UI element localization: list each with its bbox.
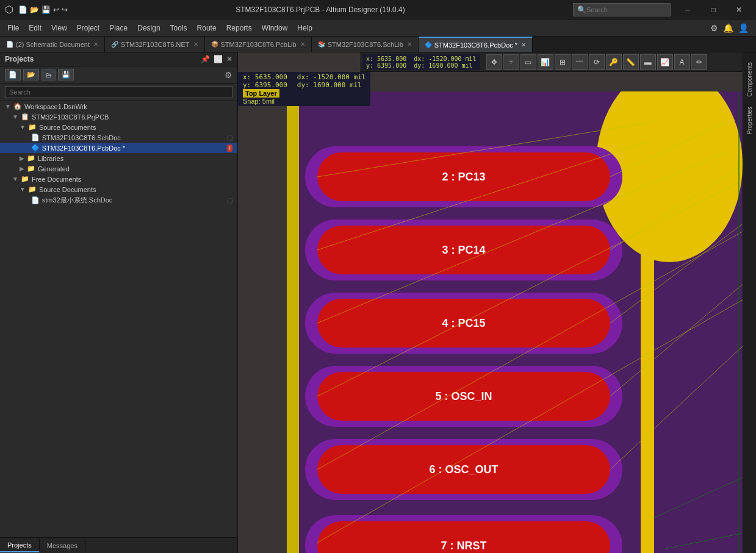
tab-schlib-close[interactable]: ✕ [407, 41, 412, 48]
redo-icon[interactable]: ↪ [62, 5, 68, 14]
tree-item-source-docs-1[interactable]: ▼ 📁 Source Documents [0, 122, 237, 132]
tree-item-free-docs[interactable]: ▼ 📁 Free Documents [0, 174, 237, 184]
tab-pcblib-close[interactable]: ✕ [300, 41, 305, 48]
tool-btn-select[interactable]: ✥ [486, 54, 502, 70]
tree-item-schdoc[interactable]: 📄 STM32F103C8T6.SchDoc ⬚ [0, 132, 237, 143]
tab-pcbdoc-label: STM32F103C8T6.PcbDoc * [434, 41, 517, 49]
tool-btn-chart[interactable]: 📊 [538, 54, 553, 70]
minimize-button[interactable]: ─ [675, 1, 700, 18]
notification-icon[interactable]: 🔔 [723, 23, 733, 33]
pad-red-5[interactable]: 5 : OSC_IN [317, 372, 610, 421]
layer-name-badge: Top Layer [243, 89, 279, 98]
tab-pcbdoc[interactable]: 🔷 STM32F103C8T6.PcbDoc * ✕ [419, 37, 533, 52]
tab-messages[interactable]: Messages [40, 540, 85, 552]
pcbdoc-label: STM32F103C8T6.PcbDoc * [42, 144, 125, 152]
tab-schematic[interactable]: 📄 (2) Schematic Document ✕ [0, 37, 105, 52]
stm32sys-label: stm32最小系统.SchDoc [42, 196, 113, 205]
tab-schlib[interactable]: 📚 STM32F103C8T6.SchLib ✕ [312, 37, 419, 52]
source-docs-2-label: Source Documents [39, 186, 96, 193]
tab-pcbdoc-close[interactable]: ✕ [521, 41, 526, 48]
tab-pcbdoc-icon: 🔷 [425, 41, 432, 48]
close-button[interactable]: ✕ [727, 1, 751, 18]
float-icon[interactable]: ⬜ [214, 55, 223, 63]
folder-button[interactable]: 🗁 [41, 70, 56, 80]
pad-red-4[interactable]: 4 : PC15 [317, 299, 610, 348]
open-icon[interactable]: 📂 [30, 5, 39, 14]
tree-item-generated[interactable]: ▶ 📁 Generated [0, 163, 237, 174]
tree-item-libraries[interactable]: ▶ 📁 Libraries [0, 153, 237, 163]
menu-item-help[interactable]: Help [292, 21, 317, 35]
tool-btn-chart2[interactable]: 📈 [657, 54, 673, 70]
tool-btn-auto[interactable]: ⟳ [589, 54, 605, 70]
pad-red-7[interactable]: 7 : NRST [317, 521, 610, 553]
right-tab-components[interactable]: Components [745, 59, 754, 101]
free-docs-icon: 📁 [21, 175, 29, 183]
pcb-canvas[interactable]: 2 : PC13 3 : PC14 4 : PC15 5 : OSC_IN 6 … [238, 91, 743, 553]
tab-net-close[interactable]: ✕ [193, 41, 198, 48]
gear-icon[interactable]: ⚙ [225, 70, 232, 80]
save-icon[interactable]: 💾 [41, 5, 51, 14]
pad-3-label: 3 : PC14 [442, 244, 485, 257]
tool-btn-grid[interactable]: ⊞ [555, 54, 571, 70]
y-coord: y: 6395.000 [243, 81, 287, 89]
right-tab-properties[interactable]: Properties [745, 103, 754, 138]
menu-item-place[interactable]: Place [104, 21, 132, 35]
tool-btn-key[interactable]: 🔑 [606, 54, 622, 70]
app-icons-row: 📄 📂 💾 ↩ ↪ [18, 5, 68, 14]
pin-icon[interactable]: 📌 [201, 55, 210, 63]
free-docs-expand-icon: ▼ [12, 176, 18, 182]
titlebar: ⬡ 📄 📂 💾 ↩ ↪ STM32F103C8T6.PrjPCB - Altiu… [0, 0, 756, 20]
pad-red-3[interactable]: 3 : PC14 [317, 226, 610, 274]
maximize-button[interactable]: □ [701, 1, 725, 18]
search-input[interactable] [586, 6, 660, 13]
pad-red-6[interactable]: 6 : OSC_OUT [317, 445, 610, 494]
tab-projects[interactable]: Projects [0, 539, 40, 552]
dx-coord: dx: -1520.000 mil [297, 73, 366, 81]
user-icon[interactable]: 👤 [738, 23, 749, 33]
tree-item-workspace[interactable]: ▼ 🏠 Workspace1.DsnWrk [0, 101, 237, 112]
open-doc-button[interactable]: 📂 [23, 69, 39, 80]
menu-item-edit[interactable]: Edit [24, 21, 46, 35]
settings-icon[interactable]: ⚙ [710, 23, 718, 33]
tree-search-input[interactable] [5, 86, 232, 98]
tab-net[interactable]: 🔗 STM32F103C8T6.NET ✕ [105, 37, 204, 52]
menu-item-view[interactable]: View [46, 21, 72, 35]
tool-btn-rect[interactable]: ▭ [520, 54, 536, 70]
generated-label: Generated [38, 165, 70, 173]
menu-item-tools[interactable]: Tools [165, 21, 192, 35]
search-box[interactable]: 🔍 [573, 3, 671, 16]
source-docs-icon: 📁 [28, 123, 37, 131]
dy-coord: dy: 1690.000 mil [297, 81, 362, 89]
save-doc-button[interactable]: 💾 [58, 69, 74, 80]
menu-item-window[interactable]: Window [257, 21, 293, 35]
close-panel-icon[interactable]: ✕ [226, 55, 232, 63]
tree-item-pcbdoc[interactable]: 🔷 STM32F103C8T6.PcbDoc * ! [0, 143, 237, 153]
tree-item-prjpcb[interactable]: ▼ 📋 STM32F103C8T6.PrjPCB [0, 112, 237, 122]
menu-item-project[interactable]: Project [72, 21, 104, 35]
tool-btn-measure[interactable]: 📏 [623, 54, 639, 70]
tool-btn-text[interactable]: A [674, 54, 690, 70]
tree-item-stm32sys[interactable]: 📄 stm32最小系统.SchDoc ⬚ [0, 194, 237, 206]
tab-pcblib[interactable]: 📦 STM32F103C8T6.PcbLib ✕ [205, 37, 312, 52]
tool-btn-pen[interactable]: ✏ [691, 54, 707, 70]
tool-btn-route[interactable]: 〰 [572, 54, 588, 70]
new-icon[interactable]: 📄 [18, 5, 27, 14]
stm32sys-icon: 📄 [31, 196, 40, 204]
menu-item-design[interactable]: Design [132, 21, 165, 35]
pcbdoc-icon: 🔷 [31, 144, 40, 152]
menu-item-reports[interactable]: Reports [221, 21, 257, 35]
tab-schematic-close[interactable]: ✕ [93, 41, 98, 48]
tree-item-source-docs-2[interactable]: ▼ 📁 Source Documents [0, 184, 237, 194]
new-doc-button[interactable]: 📄 [5, 69, 21, 80]
pad-red-2[interactable]: 2 : PC13 [317, 152, 610, 201]
tool-btn-bar[interactable]: ▬ [640, 54, 656, 70]
menu-item-file[interactable]: File [2, 21, 24, 35]
tool-btn-add[interactable]: + [503, 54, 519, 70]
workspace-label: Workspace1.DsnWrk [24, 103, 87, 110]
snap-label: Snap: 5mil [243, 98, 365, 105]
project-tree: ▼ 🏠 Workspace1.DsnWrk ▼ 📋 STM32F103C8T6.… [0, 101, 237, 537]
pcb-canvas-area[interactable]: x: 5635.000 dx: -1520.000 mily: 6395.000… [238, 52, 743, 553]
menu-item-route[interactable]: Route [192, 21, 221, 35]
free-docs-label: Free Documents [32, 176, 81, 183]
undo-icon[interactable]: ↩ [53, 5, 59, 14]
